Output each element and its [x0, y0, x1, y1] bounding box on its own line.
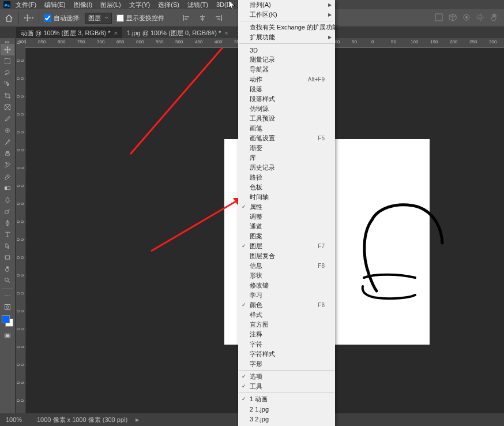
lasso-tool[interactable] [1, 67, 14, 79]
menu-item-工具预设[interactable]: 工具预设 [238, 114, 335, 124]
menu-item-信息[interactable]: 信息F8 [238, 261, 335, 271]
menu-select[interactable]: 选择(S) [154, 0, 183, 9]
menu-item-字符样式[interactable]: 字符样式 [238, 349, 335, 359]
type-tool[interactable] [1, 229, 14, 240]
menu-item-字形[interactable]: 字形 [238, 359, 335, 369]
auto-select-dropdown[interactable]: 图层 ﹀ [85, 13, 112, 24]
zoom-tool[interactable] [1, 275, 14, 286]
menu-item-4 3.jpg[interactable]: 4 3.jpg [238, 424, 335, 426]
brush-tool[interactable] [1, 136, 14, 148]
menu-item-画笔[interactable]: 画笔 [238, 124, 335, 133]
menu-item-3D[interactable]: 3D [238, 45, 335, 55]
align-left-icon[interactable] [180, 12, 192, 24]
menu-item-测量记录[interactable]: 测量记录 [238, 55, 335, 65]
menu-item-段落样式[interactable]: 段落样式 [238, 94, 335, 104]
3d-icon[interactable] [447, 12, 458, 23]
vertical-ruler[interactable]: 0501001502002503003504004505005506006507… [16, 38, 25, 413]
zoom-level[interactable]: 100% [6, 416, 29, 423]
gradient-tool[interactable] [1, 182, 14, 194]
menu-item-库[interactable]: 库 [238, 153, 335, 163]
menu-file[interactable]: 文件(F) [12, 0, 40, 9]
menu-item-动作[interactable]: 动作Alt+F9 [238, 74, 335, 84]
menu-item-图案[interactable]: 图案 [238, 231, 335, 241]
menu-filter[interactable]: 滤镜(T) [183, 0, 212, 9]
gear-icon[interactable] [475, 12, 486, 23]
menu-item-渐变[interactable]: 渐变 [238, 143, 335, 153]
dodge-tool[interactable] [1, 205, 14, 217]
mask-icon[interactable] [461, 12, 472, 23]
hand-icon[interactable] [489, 12, 499, 23]
quick-select-tool[interactable] [1, 79, 14, 90]
menu-item-图层复合[interactable]: 图层复合 [238, 251, 335, 261]
menu-item-通道[interactable]: 通道 [238, 222, 335, 231]
menu-item-颜色[interactable]: ✓颜色F6 [238, 300, 335, 310]
menu-item-1 动画[interactable]: ✓1 动画 [238, 394, 335, 404]
edit-toolbar-icon[interactable]: ⋯ [1, 291, 14, 301]
healing-brush-tool[interactable] [1, 125, 14, 136]
menu-item-画笔设置[interactable]: 画笔设置F5 [238, 133, 335, 143]
move-tool-icon[interactable]: ▾ [24, 13, 34, 23]
show-transform-input[interactable] [116, 14, 124, 22]
menu-item-选项[interactable]: ✓选项 [238, 372, 335, 382]
menu-item-工具[interactable]: ✓工具 [238, 382, 335, 391]
menu-item-字符[interactable]: 字符 [238, 339, 335, 349]
eraser-tool[interactable] [1, 171, 14, 182]
toolbox-toggle-icon[interactable]: ▸▸ [1, 39, 14, 44]
menu-item-扩展功能[interactable]: 扩展功能▶ [238, 32, 335, 42]
menu-item-学习[interactable]: 学习 [238, 290, 335, 300]
frame-tool-icon[interactable] [434, 12, 444, 23]
menu-image[interactable]: 图像(I) [70, 0, 96, 9]
menu-item-3 2.jpg[interactable]: 3 2.jpg [238, 414, 335, 424]
rectangle-tool[interactable] [1, 252, 14, 263]
menu-item-导航器[interactable]: 导航器 [238, 65, 335, 74]
menu-item-路径[interactable]: 路径 [238, 173, 335, 182]
menu-item-工作区(K)[interactable]: 工作区(K)▶ [238, 10, 335, 20]
document-info[interactable]: 1000 像素 x 1000 像素 (300 ppi) [37, 416, 127, 424]
tab-0[interactable]: 动画 @ 100% (图层 3, RGB/8) *× [16, 27, 122, 39]
color-swatches[interactable] [2, 315, 13, 327]
align-right-icon[interactable] [213, 12, 224, 24]
menu-edit[interactable]: 编辑(E) [40, 0, 70, 9]
show-transform-checkbox[interactable]: 显示变换控件 [116, 14, 164, 23]
frame-tool[interactable] [1, 102, 14, 113]
menu-item-形状[interactable]: 形状 [238, 271, 335, 281]
menu-item-段落[interactable]: 段落 [238, 84, 335, 94]
menu-item-查找有关 Exchange 的扩展功能...[interactable]: 查找有关 Exchange 的扩展功能... [238, 23, 335, 32]
crop-tool[interactable] [1, 90, 14, 102]
menu-item-修改键[interactable]: 修改键 [238, 281, 335, 290]
screen-mode-icon[interactable] [1, 330, 14, 342]
menu-item-时间轴[interactable]: 时间轴 [238, 192, 335, 202]
marquee-tool[interactable] [1, 55, 14, 67]
quick-mask-icon[interactable] [1, 301, 14, 313]
menu-item-色板[interactable]: 色板 [238, 182, 335, 192]
menu-type[interactable]: 文字(Y) [125, 0, 155, 9]
history-brush-tool[interactable] [1, 159, 14, 171]
align-center-h-icon[interactable] [197, 12, 208, 24]
menu-item-图层[interactable]: ✓图层F7 [238, 241, 335, 251]
close-icon[interactable]: × [114, 29, 117, 36]
menu-item-历史记录[interactable]: 历史记录 [238, 163, 335, 173]
pen-tool[interactable] [1, 217, 14, 229]
menu-item-调整[interactable]: 调整 [238, 212, 335, 222]
home-icon[interactable] [3, 13, 14, 23]
menu-item-属性[interactable]: ✓属性 [238, 202, 335, 212]
auto-select-input[interactable] [44, 14, 51, 22]
menu-item-2 1.jpg[interactable]: 2 1.jpg [238, 404, 335, 414]
tab-1[interactable]: 1.jpg @ 100% (图层 0, RGB/8#) *× [122, 27, 233, 39]
blur-tool[interactable] [1, 194, 14, 205]
menu-item-仿制源[interactable]: 仿制源 [238, 104, 335, 114]
foreground-color-swatch[interactable] [2, 315, 10, 323]
path-select-tool[interactable] [1, 240, 14, 252]
eyedropper-tool[interactable] [1, 113, 14, 125]
menu-item-样式[interactable]: 样式 [238, 310, 335, 320]
close-icon[interactable]: × [224, 29, 228, 36]
auto-select-checkbox[interactable]: 自动选择: [44, 14, 81, 23]
move-tool[interactable] [1, 44, 14, 55]
clone-stamp-tool[interactable] [1, 148, 14, 159]
menu-layer[interactable]: 图层(L) [96, 0, 125, 9]
menu-item-注释[interactable]: 注释 [238, 330, 335, 339]
hand-tool[interactable] [1, 263, 14, 275]
menu-item-直方图[interactable]: 直方图 [238, 320, 335, 330]
menu-item-排列(A)[interactable]: 排列(A)▶ [238, 0, 335, 10]
chevron-right-icon[interactable]: ▶ [136, 417, 139, 423]
